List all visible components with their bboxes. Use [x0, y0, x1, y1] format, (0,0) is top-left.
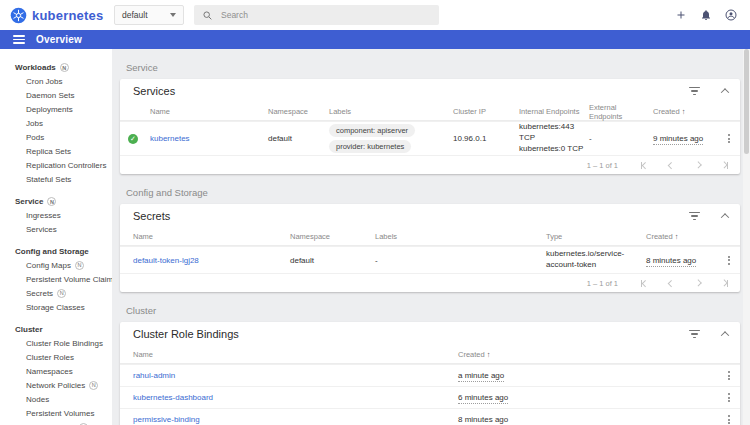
search-input[interactable] — [221, 10, 431, 20]
crb-link[interactable]: rahul-admin — [133, 371, 175, 380]
page-scrollbar[interactable] — [743, 49, 750, 425]
sidebar-item-replication-controllers[interactable]: Replication Controllers — [0, 158, 112, 172]
row-actions-menu-icon[interactable] — [726, 391, 732, 404]
section-label-workloads: Workloads N — [0, 61, 112, 74]
first-page-icon[interactable] — [639, 278, 649, 288]
row-actions-menu-icon[interactable] — [726, 132, 732, 145]
secret-type: kubernetes.io/service-account-token — [546, 249, 646, 271]
row-actions-menu-icon[interactable] — [726, 369, 732, 382]
service-link[interactable]: kubernetes — [150, 134, 190, 143]
services-card: Services Name Namespace Labels Cluster I… — [120, 79, 740, 174]
col-external-endpoints: External Endpoints — [589, 103, 653, 121]
header-actions — [674, 8, 738, 22]
sidebar-item-replica-sets[interactable]: Replica Sets — [0, 144, 112, 158]
account-button[interactable] — [724, 8, 738, 22]
collapse-icon[interactable] — [721, 88, 729, 96]
namespaced-badge: N — [47, 197, 56, 206]
sidebar-item-daemon-sets[interactable]: Daemon Sets — [0, 88, 112, 102]
collapse-icon[interactable] — [721, 331, 729, 339]
filter-icon[interactable] — [689, 212, 700, 220]
sidebar-item-storage-classes[interactable]: Storage Classes — [0, 300, 112, 314]
secret-link[interactable]: default-token-lgj28 — [133, 256, 199, 265]
previous-page-icon[interactable] — [666, 160, 676, 170]
col-namespace[interactable]: Namespace — [290, 232, 375, 241]
sort-ascending-icon: ↑ — [487, 350, 491, 359]
sidebar-section-cluster: Cluster Cluster Role Bindings Cluster Ro… — [0, 323, 112, 425]
sidebar-item-cluster-role-bindings[interactable]: Cluster Role Bindings — [0, 336, 112, 350]
search-bar[interactable] — [194, 5, 439, 25]
sidebar: Workloads N Cron Jobs Daemon Sets Deploy… — [0, 49, 112, 425]
services-pagination: 1 – 1 of 1 — [120, 155, 740, 174]
col-created[interactable]: Created↑ — [653, 107, 721, 116]
last-page-icon[interactable] — [720, 278, 730, 288]
sidebar-item-persistent-volumes[interactable]: Persistent Volumes — [0, 406, 112, 420]
service-created: 9 minutes ago — [653, 134, 703, 145]
sidebar-item-services[interactable]: Services — [0, 222, 112, 236]
row-actions-menu-icon[interactable] — [726, 254, 732, 267]
crb-table-header: Name Created↑ — [120, 346, 740, 364]
crb-link[interactable]: kubernetes-dashboard — [133, 393, 213, 402]
crb-created: 6 minutes ago — [458, 393, 508, 404]
sidebar-item-pods[interactable]: Pods — [0, 130, 112, 144]
crb-link[interactable]: permissive-binding — [133, 415, 200, 424]
brand[interactable]: kubernetes — [10, 7, 114, 24]
crb-created: a minute ago — [458, 371, 504, 382]
sidebar-item-ingresses[interactable]: Ingresses — [0, 208, 112, 222]
menu-icon[interactable] — [13, 35, 25, 44]
namespaced-badge: N — [89, 381, 98, 390]
col-name[interactable]: Name — [120, 350, 458, 359]
col-labels: Labels — [375, 232, 546, 241]
chevron-down-icon — [170, 13, 176, 17]
scrollbar-thumb[interactable] — [744, 49, 749, 154]
last-page-icon[interactable] — [720, 160, 730, 170]
sidebar-section-service: Service N Ingresses Services — [0, 195, 112, 236]
col-cluster-ip[interactable]: Cluster IP — [453, 107, 519, 116]
secret-created: 8 minutes ago — [646, 256, 696, 267]
sidebar-item-cluster-roles[interactable]: Cluster Roles — [0, 350, 112, 364]
next-page-icon[interactable] — [693, 278, 703, 288]
filter-icon[interactable] — [689, 87, 700, 95]
sidebar-item-namespaces[interactable]: Namespaces — [0, 364, 112, 378]
table-row: rahul-admin a minute ago — [120, 364, 740, 386]
next-page-icon[interactable] — [693, 160, 703, 170]
col-created[interactable]: Created↑ — [646, 232, 721, 241]
service-labels: component: apiserver provider: kubernete… — [329, 123, 453, 155]
sidebar-item-deployments[interactable]: Deployments — [0, 102, 112, 116]
sidebar-item-nodes[interactable]: Nodes — [0, 392, 112, 406]
sidebar-item-config-maps[interactable]: Config MapsN — [0, 258, 112, 272]
section-title-service: Service — [126, 62, 740, 73]
kubernetes-dashboard: kubernetes default — [0, 0, 750, 425]
service-namespace: default — [268, 134, 329, 143]
namespaced-badge: N — [57, 289, 66, 298]
sidebar-item-stateful-sets[interactable]: Stateful Sets — [0, 172, 112, 186]
namespace-selector[interactable]: default — [114, 5, 184, 25]
service-external-endpoints: - — [589, 134, 653, 143]
account-circle-icon — [725, 9, 737, 21]
col-name[interactable]: Name — [120, 232, 290, 241]
notifications-button[interactable] — [699, 8, 713, 22]
pagination-range: 1 – 1 of 1 — [587, 161, 618, 170]
col-name[interactable]: Name — [150, 107, 268, 116]
filter-icon[interactable] — [689, 330, 700, 338]
sidebar-item-cron-jobs[interactable]: Cron Jobs — [0, 74, 112, 88]
col-namespace[interactable]: Namespace — [268, 107, 329, 116]
table-row: permissive-binding 8 minutes ago — [120, 408, 740, 425]
collapse-icon[interactable] — [721, 213, 729, 221]
col-type[interactable]: Type — [546, 232, 646, 241]
first-page-icon[interactable] — [639, 160, 649, 170]
previous-page-icon[interactable] — [666, 278, 676, 288]
section-label-config-and-storage: Config and Storage — [0, 245, 112, 258]
namespaced-badge: N — [60, 63, 69, 72]
label-chip: component: apiserver — [329, 124, 415, 137]
col-created[interactable]: Created↑ — [458, 350, 721, 359]
sidebar-item-jobs[interactable]: Jobs — [0, 116, 112, 130]
sidebar-item-secrets[interactable]: SecretsN — [0, 286, 112, 300]
section-title-cluster: Cluster — [126, 305, 740, 316]
sidebar-item-network-policies[interactable]: Network PoliciesN — [0, 378, 112, 392]
sort-ascending-icon: ↑ — [675, 232, 679, 241]
create-resource-button[interactable] — [674, 8, 688, 22]
kubernetes-logo-icon — [10, 7, 27, 24]
row-actions-menu-icon[interactable] — [726, 413, 732, 425]
sidebar-item-persistent-volume-claims[interactable]: Persistent Volume ClaimsN — [0, 272, 112, 286]
sidebar-item-role-bindings[interactable]: Role BindingsN — [0, 420, 112, 425]
